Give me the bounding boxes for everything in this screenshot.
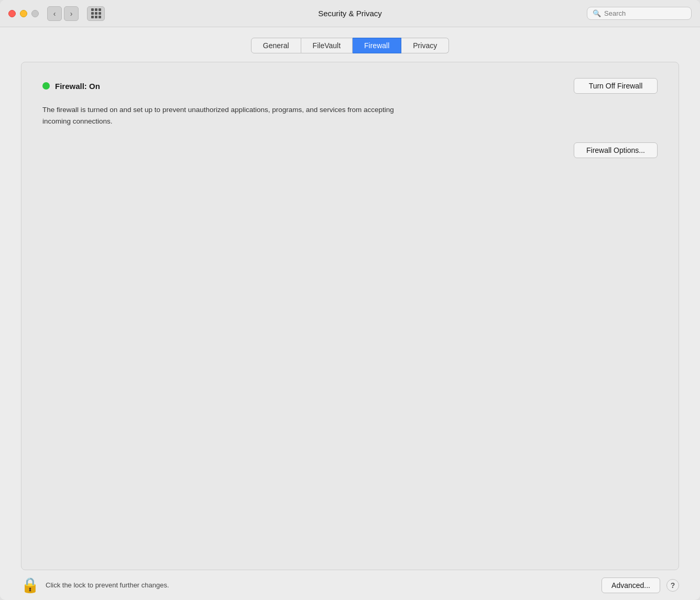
main-content: General FileVault Firewall Privacy Firew…: [0, 27, 700, 570]
firewall-status-row: Firewall: On Turn Off Firewall: [42, 78, 658, 94]
tab-firewall[interactable]: Firewall: [353, 38, 401, 53]
tab-general[interactable]: General: [251, 38, 301, 53]
firewall-status-dot: [42, 82, 50, 90]
help-button[interactable]: ?: [666, 579, 679, 592]
forward-button[interactable]: ›: [64, 6, 79, 21]
search-input[interactable]: [604, 9, 683, 17]
forward-icon: ›: [70, 9, 73, 18]
traffic-lights: [8, 10, 39, 17]
minimize-button[interactable]: [20, 10, 27, 17]
lock-icon[interactable]: 🔒: [21, 576, 39, 594]
firewall-options-row: Firewall Options...: [42, 142, 658, 158]
maximize-button[interactable]: [31, 10, 39, 17]
tab-bar: General FileVault Firewall Privacy: [251, 38, 449, 53]
firewall-options-button[interactable]: Firewall Options...: [574, 142, 658, 158]
nav-buttons: ‹ ›: [47, 6, 79, 21]
search-icon: 🔍: [593, 9, 601, 17]
back-button[interactable]: ‹: [47, 6, 62, 21]
back-icon: ‹: [53, 9, 56, 18]
grid-menu-button[interactable]: [87, 6, 105, 21]
titlebar: ‹ › Security & Privacy 🔍: [0, 0, 700, 27]
tab-filevault[interactable]: FileVault: [301, 38, 353, 53]
bottombar: 🔒 Click the lock to prevent further chan…: [0, 570, 700, 600]
firewall-status-left: Firewall: On: [42, 82, 100, 91]
search-box[interactable]: 🔍: [587, 7, 692, 20]
window: ‹ › Security & Privacy 🔍 General FileVau…: [0, 0, 700, 600]
firewall-status-label: Firewall: On: [55, 82, 100, 91]
firewall-panel: Firewall: On Turn Off Firewall The firew…: [21, 62, 679, 570]
lock-text: Click the lock to prevent further change…: [46, 581, 595, 589]
firewall-description: The firewall is turned on and set up to …: [42, 104, 399, 127]
close-button[interactable]: [8, 10, 16, 17]
grid-icon: [91, 8, 101, 18]
window-title: Security & Privacy: [113, 9, 587, 18]
advanced-button[interactable]: Advanced...: [601, 577, 660, 593]
tab-privacy[interactable]: Privacy: [401, 38, 449, 53]
turn-off-firewall-button[interactable]: Turn Off Firewall: [574, 78, 658, 94]
